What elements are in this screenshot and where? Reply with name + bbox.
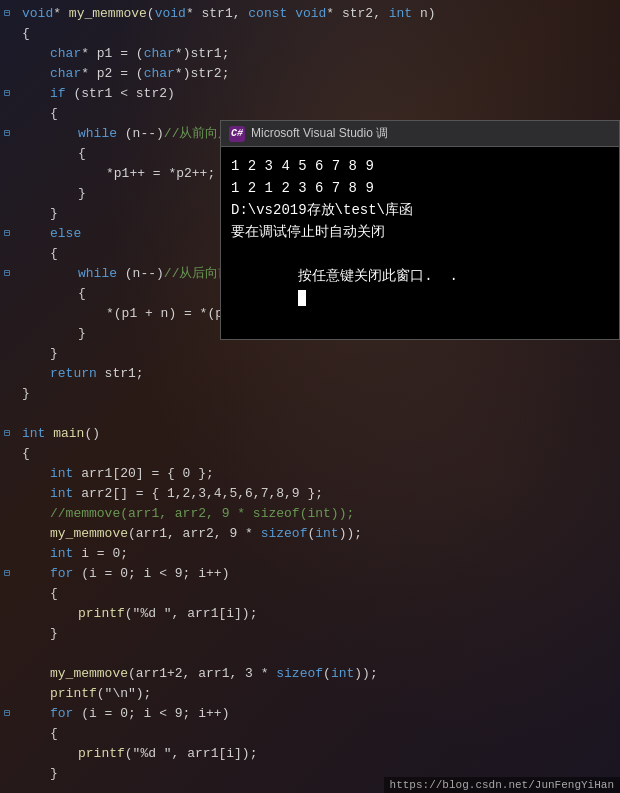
code-line: my_memmove(arr1, arr2, 9 * sizeof(int)); bbox=[0, 524, 620, 544]
vs-popup: C# Microsoft Visual Studio 调 1 2 3 4 5 6… bbox=[220, 120, 620, 340]
vs-title: Microsoft Visual Studio 调 bbox=[251, 125, 388, 142]
code-text: return str1; bbox=[14, 364, 620, 384]
vs-titlebar: C# Microsoft Visual Studio 调 bbox=[221, 121, 619, 147]
code-text: { bbox=[14, 584, 620, 604]
url-bar: https://blog.csdn.net/JunFengYiHan bbox=[384, 777, 620, 793]
code-text: //memmove(arr1, arr2, 9 * sizeof(int)); bbox=[14, 504, 620, 524]
code-line: my_memmove(arr1+2, arr1, 3 * sizeof(int)… bbox=[0, 664, 620, 684]
code-line: ⊟int main() bbox=[0, 424, 620, 444]
fold-button[interactable]: ⊟ bbox=[0, 564, 14, 584]
code-line: } bbox=[0, 344, 620, 364]
vs-output-line-1: 1 2 3 4 5 6 7 8 9 bbox=[231, 155, 609, 177]
code-text: int arr1[20] = { 0 }; bbox=[14, 464, 620, 484]
code-text: printf("\n"); bbox=[14, 684, 620, 704]
vs-prompt-text: 按任意键关闭此窗口. . bbox=[298, 268, 458, 284]
code-text: char* p1 = (char*)str1; bbox=[14, 44, 620, 64]
code-text: { bbox=[14, 444, 620, 464]
code-text: int arr2[] = { 1,2,3,4,5,6,7,8,9 }; bbox=[14, 484, 620, 504]
code-line: int arr1[20] = { 0 }; bbox=[0, 464, 620, 484]
fold-button[interactable]: ⊟ bbox=[0, 84, 14, 104]
code-editor: ⊟void* my_memmove(void* str1, const void… bbox=[0, 0, 620, 793]
code-text: int main() bbox=[14, 424, 620, 444]
code-line: ⊟if (str1 < str2) bbox=[0, 84, 620, 104]
code-line bbox=[0, 404, 620, 424]
fold-button[interactable]: ⊟ bbox=[0, 704, 14, 724]
code-text: my_memmove(arr1, arr2, 9 * sizeof(int)); bbox=[14, 524, 620, 544]
code-text: my_memmove(arr1+2, arr1, 3 * sizeof(int)… bbox=[14, 664, 620, 684]
code-line: { bbox=[0, 24, 620, 44]
code-line: int i = 0; bbox=[0, 544, 620, 564]
code-line: { bbox=[0, 724, 620, 744]
code-text: } bbox=[14, 384, 620, 404]
vs-path-line: D:\vs2019存放\test\库函 bbox=[231, 199, 609, 221]
code-text: char* p2 = (char*)str2; bbox=[14, 64, 620, 84]
fold-button[interactable]: ⊟ bbox=[0, 424, 14, 444]
code-line: printf("%d ", arr1[i]); bbox=[0, 604, 620, 624]
code-line: } bbox=[0, 384, 620, 404]
vs-prompt: 按任意键关闭此窗口. . bbox=[231, 243, 609, 331]
code-text: int i = 0; bbox=[14, 544, 620, 564]
code-text: } bbox=[14, 344, 620, 364]
vs-cursor bbox=[298, 290, 306, 306]
code-line: ⊟for (i = 0; i < 9; i++) bbox=[0, 564, 620, 584]
code-line: int arr2[] = { 1,2,3,4,5,6,7,8,9 }; bbox=[0, 484, 620, 504]
vs-icon: C# bbox=[229, 126, 245, 142]
code-line bbox=[0, 644, 620, 664]
vs-icon-label: C# bbox=[231, 128, 243, 139]
fold-button[interactable]: ⊟ bbox=[0, 124, 14, 144]
code-line: printf("\n"); bbox=[0, 684, 620, 704]
code-line: ⊟for (i = 0; i < 9; i++) bbox=[0, 704, 620, 724]
code-text: void* my_memmove(void* str1, const void*… bbox=[14, 4, 620, 24]
code-content: ⊟void* my_memmove(void* str1, const void… bbox=[0, 0, 620, 793]
vs-close-note: 要在调试停止时自动关闭 bbox=[231, 221, 609, 243]
code-line: return str1; bbox=[0, 364, 620, 384]
code-line: char* p2 = (char*)str2; bbox=[0, 64, 620, 84]
code-line: //memmove(arr1, arr2, 9 * sizeof(int)); bbox=[0, 504, 620, 524]
fold-button[interactable]: ⊟ bbox=[0, 264, 14, 284]
code-line: printf("%d ", arr1[i]); bbox=[0, 744, 620, 764]
vs-output-line-2: 1 2 1 2 3 6 7 8 9 bbox=[231, 177, 609, 199]
vs-body: 1 2 3 4 5 6 7 8 9 1 2 1 2 3 6 7 8 9 D:\v… bbox=[221, 147, 619, 339]
code-line: char* p1 = (char*)str1; bbox=[0, 44, 620, 64]
code-text: { bbox=[14, 24, 620, 44]
code-text: printf("%d ", arr1[i]); bbox=[14, 604, 620, 624]
code-text: if (str1 < str2) bbox=[14, 84, 620, 104]
code-text: for (i = 0; i < 9; i++) bbox=[14, 704, 620, 724]
code-line: ⊟void* my_memmove(void* str1, const void… bbox=[0, 4, 620, 24]
code-text: for (i = 0; i < 9; i++) bbox=[14, 564, 620, 584]
code-line: { bbox=[0, 444, 620, 464]
fold-button[interactable]: ⊟ bbox=[0, 4, 14, 24]
code-text: { bbox=[14, 724, 620, 744]
code-line: { bbox=[0, 584, 620, 604]
code-text: } bbox=[14, 624, 620, 644]
code-text: printf("%d ", arr1[i]); bbox=[14, 744, 620, 764]
fold-button[interactable]: ⊟ bbox=[0, 224, 14, 244]
code-line: } bbox=[0, 624, 620, 644]
